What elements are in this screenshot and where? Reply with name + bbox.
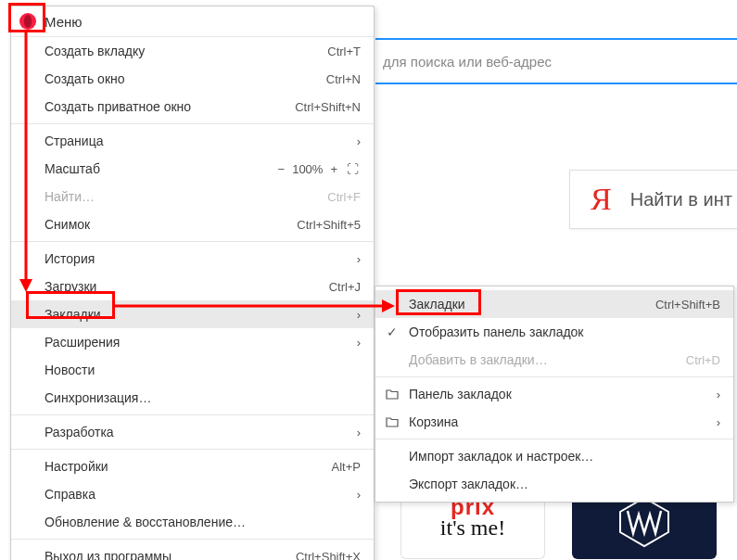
submenu-trash-folder[interactable]: Корзина ›: [375, 408, 733, 436]
folder-icon: [385, 414, 400, 429]
menu-developer[interactable]: Разработка ›: [11, 418, 374, 446]
bookmarks-submenu: Закладки Ctrl+Shift+B ✓ Отобразить панел…: [375, 286, 734, 503]
submenu-bookmarks-bar-folder[interactable]: Панель закладок ›: [375, 380, 733, 408]
speeddial-tile-wargaming[interactable]: [572, 494, 717, 559]
submenu-add-bookmark: Добавить в закладки… Ctrl+D: [375, 346, 733, 374]
chevron-right-icon: ›: [357, 308, 361, 322]
menu-divider: [11, 539, 374, 540]
chevron-right-icon: ›: [357, 134, 361, 148]
speeddial-tile-prix[interactable]: prix it's me!: [400, 494, 545, 559]
menu-bookmarks[interactable]: Закладки ›: [11, 300, 374, 328]
menu-exit[interactable]: Выход из программы Ctrl+Shift+X: [11, 542, 374, 560]
menu-history[interactable]: История ›: [11, 245, 374, 273]
yandex-search-box[interactable]: Я Найти в инт: [569, 170, 737, 229]
zoom-in-button[interactable]: +: [328, 162, 339, 176]
yandex-search-label: Найти в инт: [630, 189, 732, 210]
checkmark-icon: ✓: [385, 325, 400, 339]
yandex-logo-icon: Я: [591, 182, 612, 217]
menu-update-recovery[interactable]: Обновление & восстановление…: [11, 508, 374, 536]
chevron-right-icon: ›: [717, 415, 720, 429]
menu-new-window[interactable]: Создать окно Ctrl+N: [11, 65, 374, 93]
zoom-level: 100%: [292, 162, 323, 176]
menu-downloads[interactable]: Загрузки Ctrl+J: [11, 273, 374, 300]
chevron-right-icon: ›: [357, 336, 361, 350]
menu-page[interactable]: Страница ›: [11, 127, 374, 155]
main-menu: Меню Создать вкладку Ctrl+T Создать окно…: [10, 6, 375, 560]
opera-logo-icon: [19, 12, 37, 31]
menu-divider: [11, 241, 374, 242]
menu-divider: [11, 414, 374, 415]
chevron-right-icon: ›: [357, 426, 361, 439]
address-bar[interactable]: для поиска или веб-адрес: [375, 38, 737, 84]
svg-marker-0: [620, 498, 668, 546]
menu-header: Меню: [11, 6, 374, 37]
menu-settings[interactable]: Настройки Alt+P: [11, 452, 374, 480]
menu-divider: [375, 439, 733, 439]
zoom-out-button[interactable]: −: [276, 162, 287, 176]
menu-find: Найти… Ctrl+F: [11, 183, 374, 210]
menu-help[interactable]: Справка ›: [11, 480, 374, 508]
submenu-show-bookmarks-bar[interactable]: ✓ Отобразить панель закладок: [375, 318, 733, 346]
prix-slogan: it's me!: [440, 516, 505, 539]
menu-divider: [375, 376, 733, 377]
folder-icon: [385, 387, 400, 401]
address-bar-placeholder: для поиска или веб-адрес: [383, 54, 552, 70]
menu-divider: [11, 123, 374, 124]
menu-new-private-window[interactable]: Создать приватное окно Ctrl+Shift+N: [11, 93, 374, 121]
submenu-export-bookmarks[interactable]: Экспорт закладок…: [375, 470, 733, 498]
fullscreen-icon[interactable]: ⛶: [345, 162, 361, 176]
chevron-right-icon: ›: [357, 488, 361, 502]
menu-extensions[interactable]: Расширения ›: [11, 328, 374, 356]
svg-point-2: [24, 15, 32, 28]
submenu-bookmarks[interactable]: Закладки Ctrl+Shift+B: [375, 290, 733, 318]
menu-new-tab[interactable]: Создать вкладку Ctrl+T: [11, 37, 374, 65]
wargaming-logo-icon: [616, 494, 672, 550]
chevron-right-icon: ›: [357, 252, 361, 266]
submenu-import-bookmarks[interactable]: Импорт закладок и настроек…: [375, 442, 733, 470]
chevron-right-icon: ›: [717, 388, 720, 401]
menu-news[interactable]: Новости: [11, 356, 374, 384]
menu-sync[interactable]: Синхронизация…: [11, 384, 374, 412]
menu-zoom: Масштаб − 100% + ⛶: [11, 155, 374, 183]
menu-divider: [11, 449, 374, 450]
menu-title: Меню: [44, 14, 83, 30]
menu-snapshot[interactable]: Снимок Ctrl+Shift+5: [11, 210, 374, 238]
